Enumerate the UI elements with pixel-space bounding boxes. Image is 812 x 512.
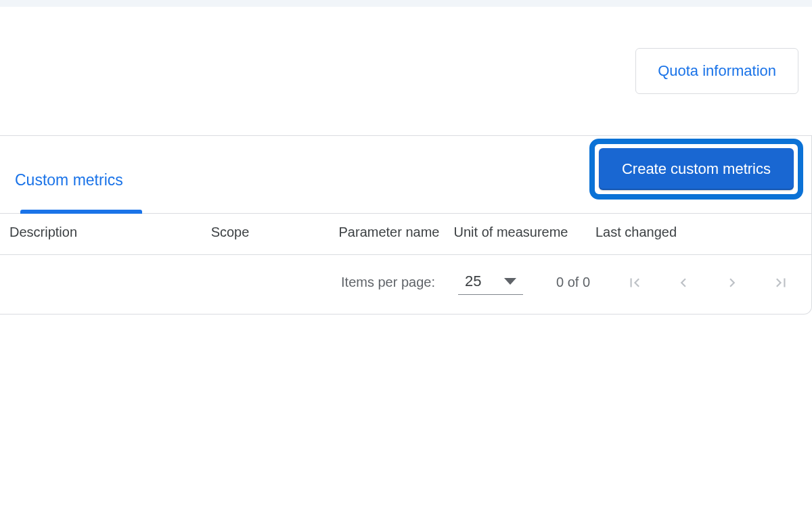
chevron-left-icon (675, 274, 692, 292)
column-header-parameter-name[interactable]: Parameter name (325, 223, 453, 241)
items-per-page-label: Items per page: (341, 275, 435, 290)
tab-wrap: Custom metrics (15, 149, 123, 213)
quota-information-button[interactable]: Quota information (635, 48, 798, 94)
create-button-highlight: Create custom metrics (589, 139, 803, 200)
tab-indicator (20, 210, 142, 214)
last-page-button[interactable] (769, 271, 792, 294)
page-size-select[interactable]: 25 (458, 270, 523, 295)
create-custom-metrics-button[interactable]: Create custom metrics (599, 148, 794, 190)
page-size-value: 25 (465, 273, 481, 290)
pagination-nav (623, 271, 792, 294)
top-area: Quota information (0, 7, 812, 135)
last-page-icon (772, 274, 790, 292)
first-page-icon (626, 274, 644, 292)
column-header-description[interactable]: Description (0, 223, 135, 241)
pagination-bar: Items per page: 25 0 of 0 (0, 255, 811, 314)
column-header-scope[interactable]: Scope (135, 223, 325, 241)
table-header-row: Description Scope Parameter name Unit of… (0, 214, 811, 255)
pagination-range: 0 of 0 (546, 275, 600, 290)
next-page-button[interactable] (721, 271, 744, 294)
column-header-unit[interactable]: Unit of measureme (453, 223, 568, 241)
chevron-right-icon (723, 274, 741, 292)
custom-metrics-panel: Custom metrics Create custom metrics Des… (0, 135, 812, 315)
panel-header: Custom metrics Create custom metrics (0, 136, 811, 214)
tab-custom-metrics[interactable]: Custom metrics (15, 171, 123, 192)
column-header-last-changed[interactable]: Last changed (568, 223, 704, 241)
first-page-button[interactable] (623, 271, 646, 294)
prev-page-button[interactable] (672, 271, 695, 294)
caret-down-icon (504, 278, 516, 285)
top-strip (0, 0, 812, 7)
